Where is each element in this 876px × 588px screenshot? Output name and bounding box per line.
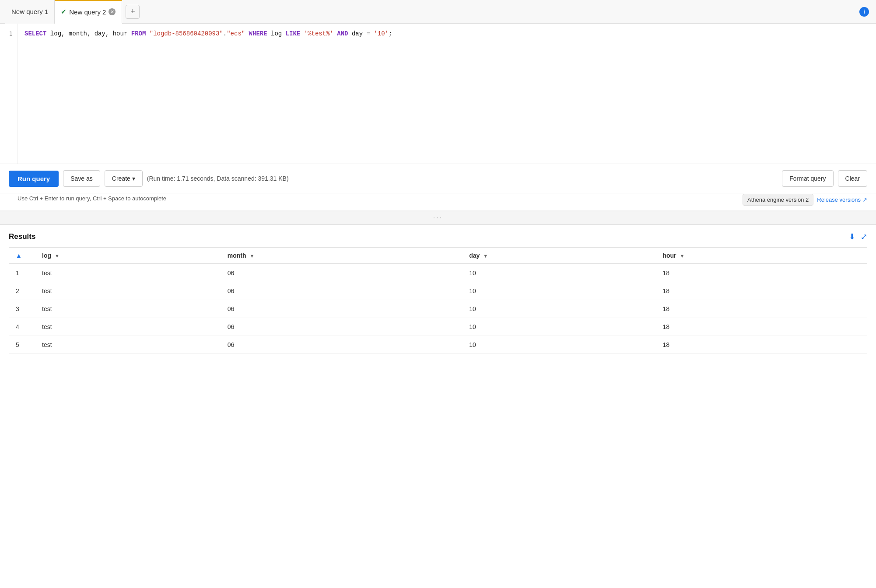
- table-row: 3 test 06 10 18: [9, 300, 867, 318]
- download-icon[interactable]: ⬇: [849, 232, 855, 242]
- cell-rownum: 5: [9, 336, 35, 354]
- cell-log: test: [35, 282, 221, 300]
- table-row: 1 test 06 10 18: [9, 264, 867, 282]
- sort-icon-hour: ▼: [680, 253, 684, 259]
- toolbar-section: Run query Save as Create ▾ (Run time: 1.…: [0, 164, 876, 211]
- table-header-row: ▲ log ▼ month ▼ day ▼ hour ▼: [9, 247, 867, 264]
- cell-hour: 18: [655, 318, 867, 336]
- hint-text: Use Ctrl + Enter to run query, Ctrl + Sp…: [9, 193, 175, 206]
- cell-month: 06: [221, 336, 462, 354]
- save-as-button[interactable]: Save as: [63, 170, 100, 187]
- toolbar-bottom: Use Ctrl + Enter to run query, Ctrl + Sp…: [0, 193, 876, 210]
- code-editor[interactable]: SELECT log, month, day, hour FROM "logdb…: [18, 24, 876, 164]
- table-row: 5 test 06 10 18: [9, 336, 867, 354]
- col-header-rownum[interactable]: ▲: [9, 247, 35, 264]
- cell-hour: 18: [655, 282, 867, 300]
- sort-icon-month: ▼: [249, 253, 254, 259]
- table-row: 4 test 06 10 18: [9, 318, 867, 336]
- chevron-down-icon: ▾: [132, 175, 135, 182]
- create-button[interactable]: Create ▾: [105, 170, 143, 187]
- results-table: ▲ log ▼ month ▼ day ▼ hour ▼: [9, 247, 867, 354]
- run-info: (Run time: 1.71 seconds, Data scanned: 3…: [147, 175, 778, 182]
- cell-log: test: [35, 264, 221, 282]
- panel-divider[interactable]: ···: [0, 211, 876, 225]
- cell-rownum: 4: [9, 318, 35, 336]
- cell-day: 10: [462, 318, 655, 336]
- cell-log: test: [35, 336, 221, 354]
- sort-up-icon: ▲: [16, 252, 22, 259]
- results-header: Results ⬇ ⤢: [9, 232, 867, 242]
- engine-info: Athena engine version 2 Release versions…: [743, 194, 867, 206]
- cell-day: 10: [462, 300, 655, 318]
- col-header-day[interactable]: day ▼: [462, 247, 655, 264]
- results-section: Results ⬇ ⤢ ▲ log ▼ month ▼ day: [0, 225, 876, 361]
- cell-log: test: [35, 318, 221, 336]
- cell-log: test: [35, 300, 221, 318]
- toolbar: Run query Save as Create ▾ (Run time: 1.…: [0, 164, 876, 193]
- line-numbers: 1: [0, 24, 18, 164]
- close-icon[interactable]: ✕: [109, 8, 116, 15]
- results-title: Results: [9, 232, 35, 241]
- external-link-icon: ↗: [862, 196, 867, 203]
- run-query-button[interactable]: Run query: [9, 171, 59, 187]
- sort-icon-day: ▼: [483, 253, 488, 259]
- format-query-button[interactable]: Format query: [782, 170, 833, 187]
- table-row: 2 test 06 10 18: [9, 282, 867, 300]
- cell-rownum: 2: [9, 282, 35, 300]
- expand-icon[interactable]: ⤢: [861, 232, 867, 242]
- cell-hour: 18: [655, 300, 867, 318]
- tab-new-query-2[interactable]: ✔ New query 2 ✕: [55, 0, 122, 24]
- tab-new-query-1[interactable]: New query 1: [5, 0, 55, 24]
- cell-day: 10: [462, 282, 655, 300]
- sort-icon-log: ▼: [55, 253, 60, 259]
- cell-day: 10: [462, 264, 655, 282]
- cell-month: 06: [221, 282, 462, 300]
- cell-rownum: 1: [9, 264, 35, 282]
- clear-button[interactable]: Clear: [838, 170, 867, 187]
- right-actions: Format query Clear: [782, 170, 867, 187]
- info-icon[interactable]: i: [859, 7, 869, 17]
- plus-icon: +: [130, 7, 135, 16]
- add-tab-button[interactable]: +: [126, 5, 140, 19]
- tabs-bar: New query 1 ✔ New query 2 ✕ + i: [0, 0, 876, 24]
- cell-month: 06: [221, 318, 462, 336]
- cell-hour: 18: [655, 264, 867, 282]
- col-header-month[interactable]: month ▼: [221, 247, 462, 264]
- tab-label: New query 2: [69, 8, 106, 16]
- cell-hour: 18: [655, 336, 867, 354]
- results-icons: ⬇ ⤢: [849, 232, 867, 242]
- cell-rownum: 3: [9, 300, 35, 318]
- tab-label: New query 1: [11, 8, 48, 15]
- check-icon: ✔: [61, 8, 67, 16]
- release-versions-link[interactable]: Release versions ↗: [817, 196, 867, 203]
- cell-month: 06: [221, 264, 462, 282]
- editor-container: 1 SELECT log, month, day, hour FROM "log…: [0, 24, 876, 164]
- cell-month: 06: [221, 300, 462, 318]
- cell-day: 10: [462, 336, 655, 354]
- col-header-hour[interactable]: hour ▼: [655, 247, 867, 264]
- col-header-log[interactable]: log ▼: [35, 247, 221, 264]
- editor-content[interactable]: 1 SELECT log, month, day, hour FROM "log…: [0, 24, 876, 164]
- engine-badge: Athena engine version 2: [743, 194, 813, 206]
